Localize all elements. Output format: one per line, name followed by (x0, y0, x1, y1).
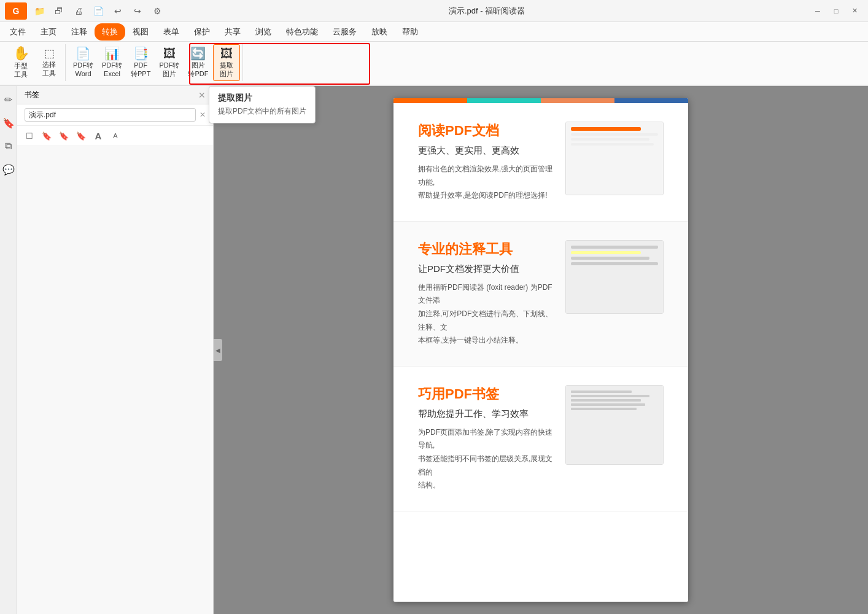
tooltip-popup: 提取图片 提取PDF文档中的所有图片 (209, 86, 316, 123)
colorbar-pink (541, 98, 614, 103)
sidebar-panel: 书签 ✕ ✕ ☐ 🔖 🔖 🔖 A A (17, 86, 214, 614)
redo-icon[interactable]: ↪ (130, 4, 145, 18)
tooltip-title: 提取图片 (218, 93, 306, 104)
sidebar-tool-bookmark2[interactable]: 🔖 (56, 128, 71, 143)
pdf-to-word-button[interactable]: 📄 PDF转Word (69, 44, 97, 81)
hand-tool-label: 手型工具 (14, 62, 28, 78)
image-to-pdf-button[interactable]: 🔄 图片转PDF (184, 44, 212, 81)
toolbar-group-basic: ✋ 手型工具 ⬚ 选择工具 (5, 44, 66, 81)
minimize-button[interactable]: ─ (809, 4, 826, 18)
new-doc-icon[interactable]: 📄 (91, 4, 106, 18)
sidebar-content (17, 146, 213, 614)
pdf-word-label: PDF转Word (73, 61, 93, 77)
pdf-section-3: 巧用PDF书签 帮助您提升工作、学习效率 为PDF页面添加书签,除了实现内容的快… (393, 367, 688, 511)
menubar-item-云服务[interactable]: 云服务 (325, 23, 364, 41)
colorbar-orange (393, 98, 467, 103)
sidebar-tool-fontA-large[interactable]: A (91, 128, 106, 143)
pdf-section-1: 阅读PDF文档 更强大、更实用、更高效 拥有出色的文档渲染效果,强大的页面管理功… (393, 103, 688, 222)
pdf-excel-label: PDF转Excel (102, 61, 122, 77)
titlebar: G 📁 🗗 🖨 📄 ↩ ↪ ⚙ 演示.pdf - 福昕阅读器 ─ □ ✕ (0, 0, 868, 22)
pdf-to-image-button[interactable]: 🖼 PDF转图片 (155, 44, 183, 81)
pdf-section-2: 专业的注释工具 让PDF文档发挥更大价值 使用福昕PDF阅读器 (foxit r… (393, 222, 688, 367)
image-pdf-label: 图片转PDF (188, 61, 208, 77)
pdf-thumb-1 (565, 122, 664, 195)
pdf-content-area: ◀ 阅读PDF文档 (214, 86, 868, 614)
pdf-preview: 阅读PDF文档 更强大、更实用、更高效 拥有出色的文档渲染效果,强大的页面管理功… (393, 98, 688, 602)
menubar-item-视图[interactable]: 视图 (125, 23, 156, 41)
thumb-line (571, 138, 649, 141)
sidebar-tool-bookmark3[interactable]: 🔖 (74, 128, 88, 143)
sidebar-tool-bookmark1[interactable]: 🔖 (39, 128, 54, 143)
sidebar-toolbar: ☐ 🔖 🔖 🔖 A A (17, 126, 213, 146)
pdf-word-icon: 📄 (76, 47, 91, 60)
pdf-to-excel-button[interactable]: 📊 PDF转Excel (98, 44, 126, 81)
sidebar-file-row: ✕ (17, 104, 213, 126)
comment-icon[interactable]: 💬 (1, 162, 16, 177)
pdf-excel-icon: 📊 (104, 47, 120, 60)
colorbar-blue (614, 98, 688, 103)
menubar-item-表单[interactable]: 表单 (156, 23, 187, 41)
pdf-image-label: PDF转图片 (159, 61, 179, 77)
window-title: 演示.pdf - 福昕阅读器 (169, 6, 804, 17)
menubar-item-主页[interactable]: 主页 (33, 23, 64, 41)
select-icon: ⬚ (44, 48, 55, 59)
extract-image-icon: 🖼 (220, 47, 233, 60)
menubar-item-共享[interactable]: 共享 (217, 23, 248, 41)
maximize-button[interactable]: □ (827, 4, 845, 18)
more-icon[interactable]: ⚙ (150, 4, 165, 18)
toolbar: ✋ 手型工具 ⬚ 选择工具 📄 PDF转Word 📊 PDF转Excel 📑 P… (0, 42, 868, 86)
file-close-icon[interactable]: ✕ (200, 111, 206, 119)
copy-icon[interactable]: ⧉ (1, 139, 16, 154)
edit-icon[interactable]: ✏ (1, 92, 16, 107)
sidebar-tab: 书签 ✕ (17, 86, 213, 104)
sidebar-tab-label: 书签 (25, 90, 39, 100)
extract-image-label: 提取图片 (220, 61, 233, 77)
new-window-icon[interactable]: 🗗 (52, 4, 66, 18)
toolbar-group-convert: 📄 PDF转Word 📊 PDF转Excel 📑 PDF转PPT 🖼 PDF转图… (67, 44, 243, 81)
menubar: 文件主页注释转换视图表单保护共享浏览特色功能云服务放映帮助 (0, 22, 868, 42)
menubar-item-放映[interactable]: 放映 (364, 23, 395, 41)
hand-icon: ✋ (13, 47, 29, 60)
collapse-arrow: ◀ (215, 347, 220, 354)
print-icon[interactable]: 🖨 (71, 4, 86, 18)
collapse-sidebar-button[interactable]: ◀ (214, 339, 222, 361)
select-tool-button[interactable]: ⬚ 选择工具 (36, 44, 63, 81)
filename-input[interactable] (25, 108, 196, 122)
thumb-content-1 (566, 122, 663, 195)
tooltip-description: 提取PDF文档中的所有图片 (218, 106, 306, 117)
menubar-item-保护[interactable]: 保护 (187, 23, 217, 41)
thumb-line (571, 127, 641, 131)
select-tool-label: 选择工具 (42, 61, 56, 77)
bookmark-sidebar-icon[interactable]: 🔖 (1, 115, 16, 130)
app-logo: G (5, 2, 27, 20)
pdf-ppt-label: PDF转PPT (131, 61, 150, 77)
pdf-ppt-icon: 📑 (133, 47, 149, 60)
menubar-item-注释[interactable]: 注释 (64, 23, 95, 41)
undo-icon[interactable]: ↩ (110, 4, 125, 18)
menubar-item-特色功能[interactable]: 特色功能 (279, 23, 325, 41)
pdf-to-ppt-button[interactable]: 📑 PDF转PPT (127, 44, 154, 81)
left-sidebar-icons: ✏ 🔖 ⧉ 💬 (0, 86, 17, 614)
window-controls: ─ □ ✕ (809, 4, 863, 18)
close-button[interactable]: ✕ (846, 4, 863, 18)
pdf-image-icon: 🖼 (163, 47, 176, 60)
sidebar-tool-checkbox[interactable]: ☐ (22, 128, 37, 143)
thumb-line (571, 143, 654, 146)
image-pdf-icon: 🔄 (190, 47, 206, 60)
menubar-item-浏览[interactable]: 浏览 (248, 23, 279, 41)
extract-image-button[interactable]: 🖼 提取图片 (213, 44, 240, 81)
colorbar-teal (467, 98, 541, 103)
main-area: ✏ 🔖 ⧉ 💬 书签 ✕ ✕ ☐ 🔖 🔖 🔖 A A ◀ (0, 86, 868, 614)
menubar-item-文件[interactable]: 文件 (2, 23, 33, 41)
thumb-line (571, 133, 658, 136)
hand-tool-button[interactable]: ✋ 手型工具 (7, 44, 34, 81)
sidebar-tool-fontA-small[interactable]: A (108, 128, 123, 143)
open-folder-icon[interactable]: 📁 (32, 4, 47, 18)
sidebar-close-button[interactable]: ✕ (198, 90, 206, 100)
pdf-top-colorbar (393, 98, 688, 103)
pdf-thumb-3 (565, 385, 664, 465)
menubar-item-帮助[interactable]: 帮助 (395, 23, 425, 41)
menubar-item-转换[interactable]: 转换 (95, 23, 125, 41)
pdf-thumb-2 (565, 240, 664, 314)
